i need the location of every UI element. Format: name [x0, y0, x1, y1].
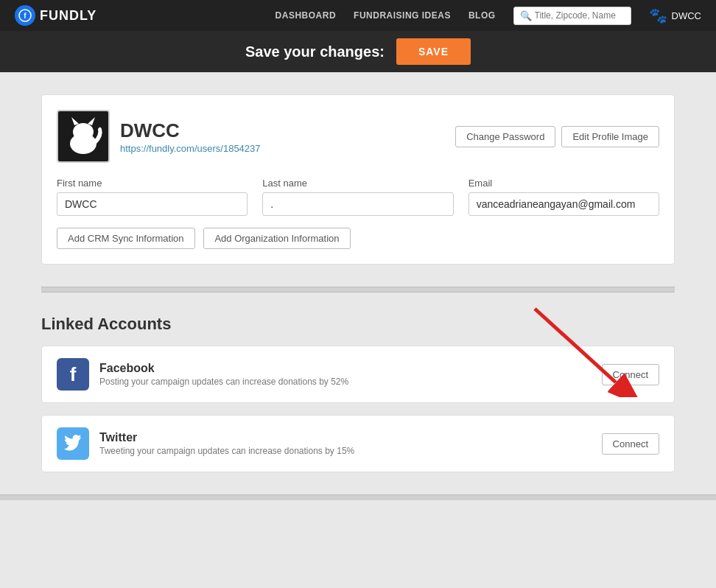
section-divider — [41, 287, 675, 293]
twitter-description: Tweeting your campaign updates can incre… — [99, 446, 354, 456]
footer-divider — [0, 494, 716, 500]
user-label: DWCC — [672, 10, 701, 21]
edit-profile-image-button[interactable]: Edit Profile Image — [561, 126, 659, 147]
nav-dashboard[interactable]: DASHBOARD — [275, 10, 337, 21]
last-name-label: Last name — [262, 178, 453, 189]
svg-point-4 — [73, 123, 94, 141]
email-input[interactable] — [468, 192, 659, 216]
first-name-label: First name — [57, 178, 248, 189]
linked-accounts-title: Linked Accounts — [41, 315, 675, 334]
profile-url[interactable]: https://fundly.com/users/1854237 — [120, 143, 261, 154]
save-button[interactable]: SAVE — [396, 38, 471, 65]
form-row-names: First name Last name Email — [57, 178, 659, 216]
search-box: 🔍 — [513, 7, 631, 25]
save-bar-label: Save your changes: — [245, 43, 385, 60]
nav-fundraising-ideas[interactable]: FUNDRAISING IDEAS — [354, 10, 451, 21]
add-crm-button[interactable]: Add CRM Sync Information — [57, 228, 195, 249]
email-group: Email — [468, 178, 659, 216]
last-name-input[interactable] — [262, 192, 453, 216]
first-name-input[interactable] — [57, 192, 248, 216]
facebook-text: Facebook Posting your campaign updates c… — [99, 362, 348, 387]
twitter-name: Twitter — [99, 431, 354, 444]
profile-card: DWCC https://fundly.com/users/1854237 Ch… — [41, 94, 675, 265]
first-name-group: First name — [57, 178, 248, 216]
twitter-info: Twitter Tweeting your campaign updates c… — [57, 427, 354, 460]
change-password-button[interactable]: Change Password — [455, 126, 555, 147]
profile-identity: DWCC https://fundly.com/users/1854237 — [57, 110, 261, 163]
facebook-icon: f — [57, 358, 89, 391]
search-input[interactable] — [535, 10, 631, 21]
twitter-icon — [57, 427, 89, 460]
profile-name: DWCC — [120, 119, 261, 142]
nav-links: DASHBOARD FUNDRAISING IDEAS BLOG 🔍 🐾 DWC… — [275, 7, 701, 25]
twitter-connect-button[interactable]: Connect — [602, 433, 659, 455]
logo[interactable]: f FUNDLY — [15, 5, 96, 26]
top-navigation: f FUNDLY DASHBOARD FUNDRAISING IDEAS BLO… — [0, 0, 716, 31]
twitter-text: Twitter Tweeting your campaign updates c… — [99, 431, 354, 456]
nav-blog[interactable]: BLOG — [468, 10, 496, 21]
profile-name-block: DWCC https://fundly.com/users/1854237 — [120, 119, 261, 154]
facebook-connect-button[interactable]: Connect — [602, 364, 659, 385]
linked-accounts-section: Linked Accounts f Facebook — [41, 315, 675, 472]
facebook-description: Posting your campaign updates can increa… — [99, 377, 348, 387]
save-bar: Save your changes: SAVE — [0, 31, 716, 72]
profile-header: DWCC https://fundly.com/users/1854237 Ch… — [57, 110, 659, 163]
main-content: DWCC https://fundly.com/users/1854237 Ch… — [27, 94, 689, 472]
facebook-name: Facebook — [99, 362, 348, 375]
user-avatar-icon: 🐾 — [649, 7, 667, 24]
action-buttons: Add CRM Sync Information Add Organizatio… — [57, 228, 659, 249]
avatar — [57, 110, 110, 163]
profile-actions: Change Password Edit Profile Image — [455, 126, 659, 147]
add-organization-button[interactable]: Add Organization Information — [203, 228, 350, 249]
facebook-info: f Facebook Posting your campaign updates… — [57, 358, 348, 391]
user-menu[interactable]: 🐾 DWCC — [649, 7, 701, 24]
twitter-card: Twitter Tweeting your campaign updates c… — [41, 415, 675, 472]
email-label: Email — [468, 178, 659, 189]
logo-text: FUNDLY — [40, 8, 96, 24]
logo-icon: f — [15, 5, 35, 26]
last-name-group: Last name — [262, 178, 453, 216]
facebook-card: f Facebook Posting your campaign updates… — [41, 346, 675, 403]
